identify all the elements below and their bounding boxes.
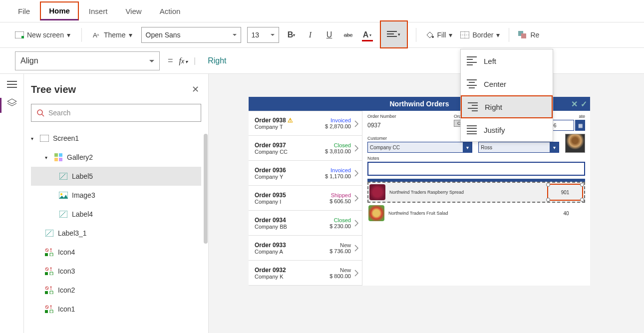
icon-group-icon	[45, 305, 54, 314]
tree-node-label: Label5	[72, 172, 93, 180]
menu-view[interactable]: View	[117, 3, 149, 19]
fill-icon	[425, 31, 434, 39]
bold-button[interactable]: B ▾	[285, 28, 298, 41]
date-picker-icon[interactable]: ▦	[575, 120, 585, 131]
separator	[509, 28, 509, 42]
fx-button[interactable]: fx▾	[179, 56, 188, 65]
hamburger-icon[interactable]	[7, 81, 17, 88]
company-name: Company CC	[255, 149, 325, 155]
formula-value[interactable]: Right	[208, 56, 226, 65]
equals-sign: =	[168, 55, 173, 66]
resize-handle[interactable]	[580, 198, 584, 202]
svg-point-7	[432, 36, 434, 38]
order-price: $ 736.00	[329, 248, 351, 254]
app-title: Northwind Orders	[389, 100, 449, 108]
tree-node-image3[interactable]: Image3	[31, 186, 201, 205]
order-list-row[interactable]: Order 0933Company ANew$ 736.00	[249, 236, 362, 261]
expand-icon[interactable]: ▾	[31, 136, 36, 141]
icon-group-icon	[45, 248, 54, 257]
expand-icon[interactable]: ▾	[45, 155, 50, 160]
property-select[interactable]: Align	[15, 51, 160, 70]
order-list-row[interactable]: Order 0938 ⚠Company TInvoiced$ 2,870.00	[249, 111, 362, 136]
border-button[interactable]: Border ▾	[459, 29, 501, 41]
order-id: Order 0932	[255, 267, 329, 274]
tree-node-icon1[interactable]: Icon1	[31, 300, 201, 319]
order-item-row[interactable]: Northwind Traders Raspberry Spread 901	[367, 182, 585, 203]
order-list-row[interactable]: Order 0935Company IShipped$ 606.50	[249, 186, 362, 211]
align-right-icon	[468, 102, 478, 111]
tree-node-icon2[interactable]: Icon2	[31, 281, 201, 300]
font-family-select[interactable]: Open Sans	[141, 27, 241, 43]
tree-node-label: Label3_1	[58, 229, 87, 237]
order-list-row[interactable]: Order 0932Company KNew$ 800.00	[249, 261, 362, 286]
tree-node-label3_1[interactable]: Label3_1	[31, 224, 201, 243]
chevron-right-icon	[354, 219, 359, 228]
product-name: Northwind Traders Raspberry Spread	[389, 190, 543, 195]
font-size-select[interactable]: 13	[247, 27, 279, 43]
menu-insert[interactable]: Insert	[81, 3, 116, 19]
resize-handle[interactable]	[580, 183, 584, 187]
order-price: $ 230.00	[329, 223, 351, 229]
tree-node-icon4[interactable]: Icon4	[31, 243, 201, 262]
order-status: Closed	[325, 142, 351, 148]
tree-node-gallery2[interactable]: ▾ Gallery2	[31, 148, 201, 167]
order-price: $ 2,870.00	[325, 123, 351, 129]
font-color-button[interactable]: A ▾	[361, 28, 374, 41]
order-list-row[interactable]: Order 0934Company BBClosed$ 230.00	[249, 211, 362, 236]
header-cancel-icon[interactable]: ✕	[571, 99, 578, 109]
new-screen-button[interactable]: New screen ▾	[12, 29, 73, 41]
align-option-justify[interactable]: Justify	[461, 118, 553, 141]
tree-scrollbar[interactable]	[204, 134, 208, 244]
customer-select[interactable]: Company CC ▾	[367, 142, 472, 153]
text-align-button[interactable]: ▾	[380, 20, 408, 48]
quantity-label5-selection[interactable]: 901	[547, 184, 583, 201]
svg-rect-32	[45, 310, 48, 313]
option-label: Right	[485, 103, 502, 111]
label-icon	[59, 172, 68, 181]
tree-node-icon3[interactable]: Icon3	[31, 262, 201, 281]
align-option-left[interactable]: Left	[461, 49, 553, 72]
label-icon	[59, 210, 68, 219]
align-option-center[interactable]: Center	[461, 72, 553, 95]
svg-rect-28	[45, 272, 48, 275]
close-panel-button[interactable]: ✕	[190, 82, 201, 97]
order-id: Order 0934	[255, 217, 329, 224]
active-rail-indicator	[0, 98, 1, 113]
italic-button[interactable]: I	[304, 28, 317, 41]
menu-file[interactable]: File	[10, 3, 38, 19]
canvas: Northwind Orders ✕ ✓ Order 0938 ⚠Company…	[209, 74, 644, 333]
customer-value: Company CC	[370, 145, 400, 150]
reorder-button[interactable]: Re	[517, 29, 540, 41]
svg-point-22	[60, 193, 62, 195]
header-accept-icon[interactable]: ✓	[581, 99, 587, 109]
option-label: Justify	[484, 126, 505, 134]
align-option-right[interactable]: Right	[461, 95, 553, 118]
resize-handle[interactable]	[546, 183, 550, 187]
employee-select[interactable]: Ross ▾	[478, 142, 559, 153]
tree-search-input[interactable]: Search	[31, 104, 201, 122]
tree-node-screen1[interactable]: ▾ Screen1	[31, 129, 201, 148]
image-icon	[59, 191, 68, 200]
fill-button[interactable]: Fill ▾	[424, 29, 454, 41]
svg-line-14	[42, 114, 44, 116]
strikethrough-button[interactable]: abc	[342, 28, 355, 41]
order-list-row[interactable]: Order 0936Company YInvoiced$ 1,170.00	[249, 161, 362, 186]
order-list-row[interactable]: Order 0937Company CCClosed$ 3,810.00	[249, 136, 362, 161]
tree-node-label4[interactable]: Label4	[31, 205, 201, 224]
layers-icon[interactable]	[6, 98, 17, 107]
theme-button[interactable]: Aa Theme ▾	[90, 29, 135, 41]
order-item-row[interactable]: Northwind Traders Fruit Salad 40	[367, 203, 585, 224]
theme-icon: Aa	[93, 31, 101, 39]
screen-icon	[15, 31, 24, 38]
menu-home[interactable]: Home	[40, 1, 79, 20]
company-name: Company BB	[255, 224, 329, 230]
underline-button[interactable]: U	[323, 28, 336, 41]
notes-input[interactable]	[367, 162, 585, 176]
product-name: Northwind Traders Fruit Salad	[388, 211, 544, 216]
company-name: Company A	[255, 249, 329, 255]
order-status: Closed	[329, 217, 351, 223]
resize-handle[interactable]	[546, 198, 550, 202]
order-price: $ 1,170.00	[325, 173, 351, 179]
tree-node-label5[interactable]: Label5	[31, 167, 201, 186]
menu-action[interactable]: Action	[152, 3, 189, 19]
